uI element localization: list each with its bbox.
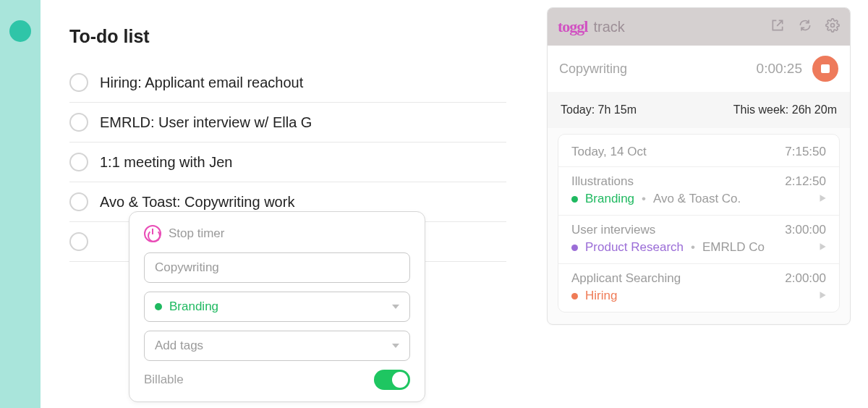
entries-date: Today, 14 Oct (571, 145, 647, 159)
project-dot-icon (155, 303, 162, 310)
todo-checkbox[interactable] (69, 153, 88, 171)
running-elapsed: 0:00:25 (757, 61, 802, 77)
popup-header-label: Stop timer (169, 226, 224, 241)
entry-project: Product Research (585, 240, 684, 255)
brand: toggl track (558, 17, 625, 36)
billable-label: Billable (144, 373, 184, 387)
time-entry[interactable]: Illustrations 2:12:50 Branding • Avo & T… (558, 166, 839, 215)
todo-checkbox[interactable] (69, 192, 88, 211)
brand-track: track (593, 19, 624, 35)
entry-project: Hiring (585, 289, 617, 303)
todo-item[interactable]: EMRLD: User interview w/ Ella G (69, 103, 506, 143)
time-entry[interactable]: User interviews 3:00:00 Product Research… (558, 215, 839, 263)
time-entry[interactable]: Applicant Searching 2:00:00 Hiring (558, 263, 839, 312)
todo-label: 1:1 meeting with Jen (100, 154, 232, 171)
play-icon[interactable] (817, 290, 827, 303)
timer-popup: Stop timer Copywriting Branding Add tags… (129, 211, 425, 402)
project-dot-icon (571, 293, 578, 299)
todo-label: Avo & Toast: Copywriting work (100, 194, 294, 211)
toggl-panel: toggl track Copywriting 0:00:25 Today: 7… (547, 7, 851, 325)
popout-icon[interactable] (770, 18, 785, 35)
running-timer-row: Copywriting 0:00:25 (548, 46, 850, 92)
timer-description-input[interactable]: Copywriting (144, 252, 410, 283)
stop-button[interactable] (812, 56, 838, 82)
play-icon[interactable] (817, 193, 827, 206)
todo-panel: To-do list Hiring: Applicant email reach… (41, 0, 535, 408)
brand-toggl: toggl (558, 17, 587, 36)
left-sidebar (0, 0, 41, 408)
entry-title: User interviews (571, 223, 655, 237)
power-icon[interactable] (144, 225, 161, 242)
entry-title: Applicant Searching (571, 271, 681, 286)
entry-project: Branding (585, 192, 634, 206)
project-dot-icon (571, 196, 578, 203)
todo-checkbox[interactable] (69, 73, 88, 92)
project-select[interactable]: Branding (144, 292, 410, 322)
timer-description-value: Copywriting (155, 260, 219, 275)
project-select-value: Branding (169, 299, 218, 313)
billable-toggle[interactable] (374, 370, 410, 390)
todo-item[interactable]: Hiring: Applicant email reachout (69, 63, 506, 103)
summary-today: Today: 7h 15m (561, 103, 637, 116)
entries-card: Today, 14 Oct 7:15:50 Illustrations 2:12… (558, 134, 840, 313)
gear-icon[interactable] (825, 18, 840, 35)
panel-header: toggl track (548, 8, 850, 46)
separator-dot: • (642, 192, 646, 206)
todo-checkbox[interactable] (69, 232, 88, 251)
avatar[interactable] (9, 20, 31, 42)
separator-dot: • (691, 240, 695, 255)
todo-label: EMRLD: User interview w/ Ella G (100, 114, 312, 131)
project-dot-icon (571, 245, 578, 251)
entry-client: Avo & Toast Co. (653, 192, 741, 206)
summary-row: Today: 7h 15m This week: 26h 20m (548, 92, 850, 128)
page-title: To-do list (69, 26, 506, 47)
entry-client: EMRLD Co (702, 240, 765, 255)
play-icon[interactable] (817, 242, 827, 255)
todo-label: Hiring: Applicant email reachout (100, 75, 303, 91)
entry-duration: 3:00:00 (785, 223, 826, 237)
entries-total: 7:15:50 (785, 145, 826, 159)
running-description[interactable]: Copywriting (559, 61, 627, 77)
chevron-down-icon (392, 344, 399, 348)
summary-week: This week: 26h 20m (733, 103, 837, 116)
svg-point-0 (831, 24, 835, 27)
chevron-down-icon (392, 305, 399, 309)
todo-item[interactable]: 1:1 meeting with Jen (69, 143, 506, 182)
entry-title: Illustrations (571, 174, 634, 189)
entry-duration: 2:00:00 (785, 271, 826, 286)
tags-placeholder: Add tags (155, 339, 203, 353)
tags-select[interactable]: Add tags (144, 331, 410, 361)
sync-icon[interactable] (798, 18, 812, 35)
entry-duration: 2:12:50 (785, 174, 826, 189)
todo-checkbox[interactable] (69, 113, 88, 132)
